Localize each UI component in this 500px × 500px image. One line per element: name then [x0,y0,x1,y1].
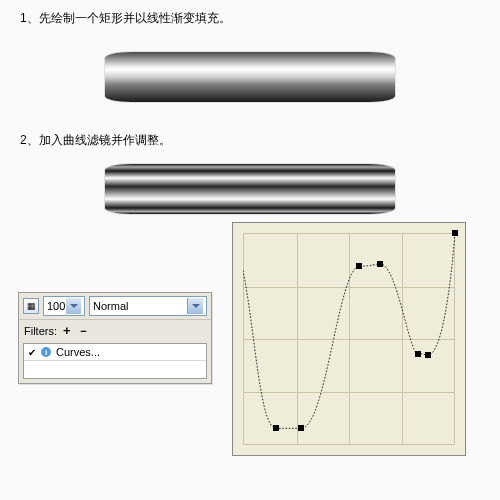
gradient-bar-1-wrap [0,32,500,122]
opacity-value: 100 [47,300,65,312]
curves-points [243,233,455,445]
filter-name: Curves... [56,346,100,358]
check-icon[interactable]: ✔ [28,347,36,358]
filter-list-item[interactable]: ✔ i Curves... [24,344,206,361]
opacity-input[interactable]: 100 [43,296,85,316]
curve-point[interactable] [425,352,431,358]
step-2-text: 2、加入曲线滤镜并作调整。 [0,122,500,154]
curve-point[interactable] [298,425,304,431]
curve-point[interactable] [273,425,279,431]
curves-graph[interactable] [232,222,466,456]
step-1-text: 1、先绘制一个矩形并以线性渐变填充。 [0,0,500,32]
filters-row: Filters: + − [19,320,211,341]
add-filter-button[interactable]: + [63,323,74,338]
icon-button[interactable]: ▦ [23,298,39,314]
gradient-bar-2 [105,164,395,214]
blend-mode-value: Normal [93,300,128,312]
curve-point[interactable] [452,230,458,236]
filters-panel: ▦ 100 Normal Filters: + − ✔ i Curves... [18,292,212,384]
curve-point[interactable] [377,261,383,267]
blend-mode-select[interactable]: Normal [89,296,207,316]
curve-point[interactable] [415,351,421,357]
remove-filter-button[interactable]: − [80,325,89,337]
filter-list: ✔ i Curves... [23,343,207,379]
gradient-bar-1 [105,52,395,102]
filters-label: Filters: [24,325,57,337]
gradient-bar-2-wrap [0,154,500,228]
curve-point[interactable] [356,263,362,269]
filter-icon: i [41,347,51,357]
